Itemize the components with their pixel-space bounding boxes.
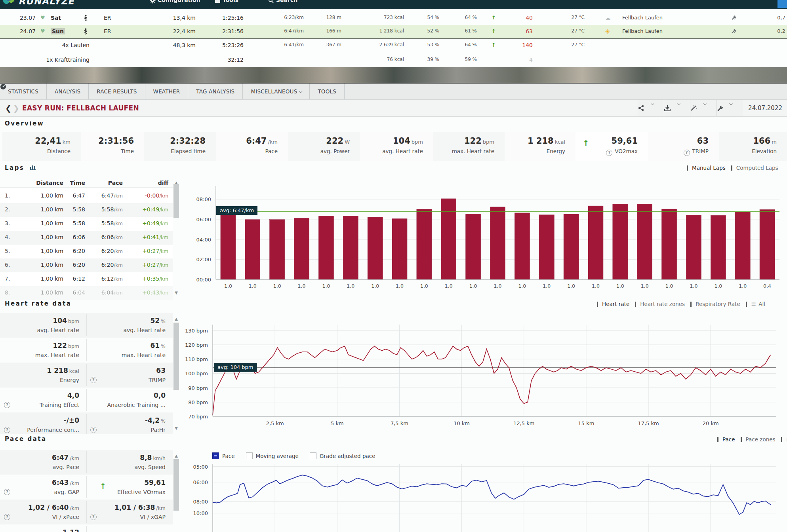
pace-link-pace[interactable]: Pace bbox=[722, 436, 735, 443]
x-tick-label: 1.0 bbox=[371, 283, 379, 289]
separator bbox=[731, 165, 732, 171]
help-icon[interactable]: ? bbox=[606, 150, 612, 156]
y-tick-label: 70 bpm bbox=[188, 414, 208, 420]
hr-link-heart-rate[interactable]: Heart rate bbox=[602, 301, 629, 307]
cell-vo2max: 63 bbox=[509, 28, 533, 34]
y-tick-label: 130 bpm bbox=[185, 328, 208, 334]
cell-vo2max: 4 bbox=[509, 57, 533, 63]
stat-unit: W bbox=[345, 139, 350, 145]
lap-bar bbox=[515, 213, 530, 279]
tab-tag-analysis[interactable]: TAG ANALYSIS bbox=[188, 84, 243, 99]
cell-hr-percent: 53 % bbox=[408, 42, 439, 48]
cell-hr-max-percent: 64 % bbox=[445, 15, 477, 20]
stat-label-text: VO2max bbox=[615, 148, 638, 154]
stat-unit: bpm bbox=[483, 139, 494, 145]
hr-link-all[interactable]: All bbox=[758, 301, 765, 307]
x-tick-label: 1.0 bbox=[567, 283, 575, 289]
stat-unit: /km bbox=[268, 139, 278, 145]
hr-link-respiratory-rate[interactable]: Respiratory Rate bbox=[696, 301, 740, 307]
cloud-icon: ☁ bbox=[605, 15, 611, 22]
stat-value: 122bpm bbox=[464, 136, 494, 146]
x-tick-label: 1.0 bbox=[420, 283, 428, 289]
stat-label: ?TRIMP bbox=[684, 148, 709, 156]
separator bbox=[717, 437, 718, 442]
cell-hr-percent: 52 % bbox=[408, 28, 439, 34]
stat-value: 1 218kcal bbox=[528, 136, 565, 146]
separator bbox=[741, 437, 742, 442]
cell-vo2max: 40 bbox=[509, 15, 533, 21]
lap-bar bbox=[245, 220, 260, 279]
wrench-icon bbox=[716, 105, 723, 111]
nav-item-tools[interactable]: Tools bbox=[223, 0, 238, 3]
overview-stat-vo2max: 59,61?VO2max↑ bbox=[575, 132, 648, 161]
y-tick-label: 120 bpm bbox=[185, 342, 208, 348]
download-button[interactable] bbox=[664, 100, 690, 116]
wand-button[interactable] bbox=[690, 100, 716, 116]
help-icon[interactable]: ? bbox=[684, 150, 690, 156]
x-tick-label: 1.0 bbox=[518, 283, 526, 289]
x-tick-label: 7,5 km bbox=[391, 420, 408, 426]
cell-time: 1:25:16 bbox=[196, 15, 244, 21]
corner-button[interactable] bbox=[777, 0, 787, 8]
y-tick-label: 80 bpm bbox=[188, 399, 208, 405]
stat-label-text: TRIMP bbox=[692, 148, 709, 154]
laps-link-computed-laps[interactable]: Computed Laps bbox=[736, 165, 778, 171]
lap-bar bbox=[588, 206, 603, 279]
tab-tools[interactable]: TOOLS bbox=[310, 84, 345, 99]
lap-bar bbox=[441, 199, 456, 279]
chevron-down-icon bbox=[677, 102, 680, 105]
stat-label: Elevation bbox=[752, 148, 777, 154]
stat-label: avg. Power bbox=[320, 148, 350, 154]
trend-up-icon: ↑ bbox=[583, 139, 589, 148]
cell-energy: 2 639 kcal bbox=[353, 42, 404, 48]
lap-bar bbox=[392, 218, 407, 279]
laps-link-manual-laps[interactable]: Manual Laps bbox=[692, 165, 726, 171]
stat-label: max. Heart rate bbox=[452, 148, 494, 154]
x-tick-label: 1.0 bbox=[298, 283, 306, 289]
cell-time: 2:31:56 bbox=[196, 28, 244, 34]
x-tick-label: 17,5 km bbox=[638, 420, 659, 426]
stat-label-text: avg. Power bbox=[320, 148, 350, 154]
tab-miscellaneous[interactable]: MISCELLANEOUS bbox=[243, 84, 310, 99]
stat-label-text: avg. Heart rate bbox=[382, 148, 423, 154]
cell-activity-title: Fellbach Laufen bbox=[622, 28, 705, 34]
stat-label: ?VO2max bbox=[606, 148, 638, 156]
y-tick-label: 08:00 bbox=[193, 499, 208, 505]
row-tools-button[interactable] bbox=[731, 15, 735, 21]
chevron-down-icon bbox=[729, 102, 732, 105]
lap-bar bbox=[270, 220, 285, 279]
wrench-button[interactable] bbox=[716, 100, 743, 116]
stat-label-text: Energy bbox=[547, 148, 565, 154]
x-tick-label: 2,5 km bbox=[266, 420, 284, 426]
trend-up-icon: ↑ bbox=[492, 28, 496, 34]
hr-link-heart-rate-zones[interactable]: Heart rate zones bbox=[640, 301, 685, 307]
lap-bar bbox=[466, 214, 481, 279]
overview-stat-max-heart-rate: 122bpmmax. Heart rate bbox=[433, 132, 505, 161]
x-tick-label: 1.0 bbox=[592, 283, 600, 289]
cell-elevation: 166 m bbox=[302, 28, 341, 34]
y-tick-label: 100 bpm bbox=[185, 370, 208, 376]
y-tick-label: 06:00 bbox=[196, 217, 211, 222]
x-tick-label: 1.0 bbox=[690, 283, 698, 289]
row-tools-button[interactable] bbox=[731, 28, 735, 34]
y-tick-label: 90 bpm bbox=[188, 385, 208, 391]
overview-stat-energy: 1 218kcalEnergy bbox=[505, 132, 575, 161]
stat-value: 59,61 bbox=[612, 136, 638, 146]
stat-unit: kcal bbox=[555, 139, 565, 145]
stat-value: 63 bbox=[697, 136, 709, 146]
share-button[interactable] bbox=[638, 100, 664, 116]
lap-bar bbox=[294, 218, 309, 279]
stat-label: Pace bbox=[265, 148, 278, 154]
y-tick-label: 02:00 bbox=[196, 256, 211, 262]
stat-unit: m bbox=[772, 139, 777, 145]
x-tick-label: 1.0 bbox=[469, 283, 477, 289]
x-tick-label: 1.0 bbox=[322, 283, 330, 289]
pace-link-pace-zones[interactable]: Pace zones bbox=[746, 436, 776, 443]
cell-energy: 76 kcal bbox=[353, 57, 404, 62]
y-tick-label: 08:00 bbox=[196, 196, 211, 202]
cell-extra-value: 0,7 bbox=[767, 15, 785, 21]
cell-hr-max-percent: 59 % bbox=[445, 57, 477, 62]
stat-label: avg. Heart rate bbox=[382, 148, 423, 154]
cell-time: 5:23:26 bbox=[196, 42, 244, 48]
nav-item-search[interactable]: Search bbox=[276, 0, 297, 3]
